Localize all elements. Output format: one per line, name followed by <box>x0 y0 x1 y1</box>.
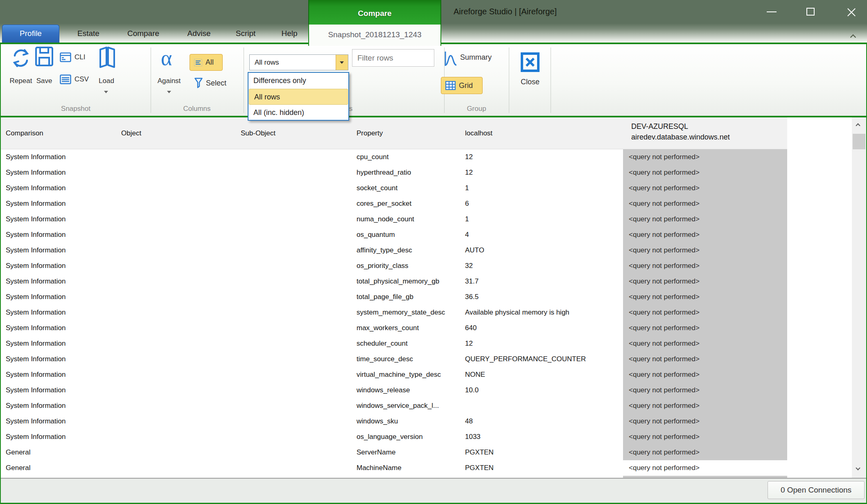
select-filter-icon[interactable] <box>194 78 203 89</box>
cell-comparison: System Information <box>6 367 65 382</box>
minimize-button[interactable] <box>759 0 784 23</box>
close-window-button[interactable] <box>835 0 860 23</box>
cli-icon[interactable] <box>60 52 71 63</box>
table-row[interactable]: System Informationvirtual_machine_type_d… <box>1 367 852 382</box>
table-row[interactable]: System Informationcores_per_socket6<quer… <box>1 196 852 212</box>
table-row[interactable]: System Informationnuma_node_count1<query… <box>1 212 852 227</box>
load-button[interactable]: Load <box>93 77 120 85</box>
grid-toggle[interactable]: Grid <box>441 77 483 94</box>
cell-localhost: PGXTEN <box>465 445 494 460</box>
column-header-remote-server[interactable]: DEV-AZURESQL airedev.database.windows.ne… <box>631 121 730 142</box>
tab-script[interactable]: Script <box>221 25 270 43</box>
cell-remote-server: <query not performed> <box>623 289 787 305</box>
column-header-localhost[interactable]: localhost <box>465 117 492 149</box>
group-label-group: Group <box>448 105 505 113</box>
close-compare-icon[interactable] <box>521 52 540 72</box>
load-dropdown-icon[interactable] <box>104 91 108 93</box>
cell-property: ServerName <box>357 445 395 460</box>
tab-compare[interactable]: Compare <box>119 25 168 43</box>
table-row[interactable]: GeneralServerNamePGXTEN<query not perfor… <box>1 445 852 460</box>
column-header-comparison[interactable]: Comparison <box>6 117 43 149</box>
close-compare-button[interactable]: Close <box>514 78 546 86</box>
tab-profile[interactable]: Profile <box>2 25 59 43</box>
cell-remote-server: <query not performed> <box>623 414 787 429</box>
column-header-object[interactable]: Object <box>121 117 141 149</box>
cell-localhost: 12 <box>465 336 473 351</box>
cell-comparison: System Information <box>6 414 65 429</box>
tab-advise[interactable]: Advise <box>174 25 224 43</box>
group-separator <box>244 47 244 113</box>
scrollbar-thumb[interactable] <box>853 134 865 149</box>
summary-icon[interactable] <box>444 51 457 67</box>
select-columns-button[interactable]: Select <box>206 79 226 88</box>
rows-filter-dropdown-list: Differences onlyAll rowsAll (inc. hidden… <box>248 72 349 121</box>
maximize-button[interactable] <box>798 0 823 23</box>
window-border <box>0 43 1 504</box>
table-row[interactable]: System Informationtime_source_descQUERY_… <box>1 351 852 367</box>
cli-button[interactable]: CLI <box>75 53 85 61</box>
cell-localhost: 48 <box>465 414 473 429</box>
cell-localhost: 32 <box>465 258 473 274</box>
repeat-icon[interactable] <box>11 47 31 70</box>
table-row[interactable]: System Informationos_priority_class32<qu… <box>1 258 852 274</box>
cell-localhost: 4 <box>465 227 469 243</box>
table-row[interactable]: System Informationhyperthread_ratio12<qu… <box>1 165 852 180</box>
rows-filter-combobox[interactable]: All rows <box>249 54 348 70</box>
table-row[interactable]: System Informationwindows_release10.0<qu… <box>1 382 852 398</box>
group-label-snapshot: Snapshot <box>47 105 104 113</box>
csv-icon[interactable] <box>60 74 71 85</box>
table-row[interactable]: System Informationos_quantum4<query not … <box>1 227 852 243</box>
cell-property: virtual_machine_type_desc <box>357 367 441 382</box>
table-row[interactable]: System Informationsystem_memory_state_de… <box>1 305 852 320</box>
load-icon[interactable] <box>97 46 117 69</box>
filter-rows-input[interactable] <box>352 49 434 67</box>
table-row[interactable]: System Informationscheduler_count12<quer… <box>1 336 852 351</box>
grid-rows: System Informationcpu_count12<query not … <box>1 149 852 478</box>
group-label-columns: Columns <box>168 105 226 113</box>
table-row[interactable]: System Informationtotal_physical_memory_… <box>1 274 852 289</box>
cell-remote-server: <query not performed> <box>623 320 787 336</box>
table-row[interactable]: System Informationmax_workers_count640<q… <box>1 320 852 336</box>
dropdown-option[interactable]: All rows <box>249 89 348 105</box>
rows-filter-combobox-value: All rows <box>255 55 279 70</box>
cell-localhost: NONE <box>465 367 485 382</box>
tab-estate[interactable]: Estate <box>64 25 113 43</box>
cell-property: numa_node_count <box>357 212 414 227</box>
table-row[interactable]: System Informationwindows_sku48<query no… <box>1 414 852 429</box>
summary-button[interactable]: Summary <box>460 53 492 62</box>
cell-property: MachineName <box>357 460 402 476</box>
open-connections-button[interactable]: 0 Open Connections <box>768 481 865 499</box>
table-row[interactable]: System Informationos_language_version103… <box>1 429 852 445</box>
columns-all-toggle[interactable]: All <box>190 54 223 71</box>
document-tab-snapshot[interactable]: Snapshot_20181213_1243 <box>308 25 441 46</box>
table-row[interactable]: System Informationsocket_count1<query no… <box>1 180 852 196</box>
cell-comparison: General <box>6 460 30 476</box>
column-header-sub-object[interactable]: Sub-Object <box>241 117 275 149</box>
grid-icon <box>445 81 456 90</box>
ribbon-collapse-icon[interactable] <box>851 34 856 39</box>
vertical-scrollbar[interactable] <box>852 117 866 478</box>
table-row[interactable]: GeneralMachineNamePGXTEN<query not perfo… <box>1 460 852 476</box>
dropdown-option[interactable]: Differences only <box>248 73 348 89</box>
against-button[interactable]: Against <box>152 77 186 85</box>
table-row[interactable]: System Informationtotal_page_file_gb36.5… <box>1 289 852 305</box>
csv-button[interactable]: CSV <box>75 75 89 83</box>
cell-property: total_page_file_gb <box>357 289 413 305</box>
dropdown-option[interactable]: All (inc. hidden) <box>248 105 348 121</box>
cell-comparison: System Information <box>6 351 65 367</box>
tab-help[interactable]: Help <box>265 25 314 43</box>
table-row[interactable]: System Informationwindows_service_pack_l… <box>1 398 852 414</box>
save-button[interactable]: Save <box>31 77 58 85</box>
against-icon[interactable]: α <box>161 46 172 70</box>
column-header-property[interactable]: Property <box>357 117 383 149</box>
cell-comparison: System Information <box>6 243 65 258</box>
table-row[interactable]: System Informationaffinity_type_descAUTO… <box>1 243 852 258</box>
combobox-dropdown-button[interactable] <box>336 55 348 70</box>
scroll-down-icon[interactable] <box>856 466 861 471</box>
against-dropdown-icon[interactable] <box>167 91 171 93</box>
cell-property: windows_service_pack_l... <box>357 398 439 414</box>
save-icon[interactable] <box>34 46 54 67</box>
cell-remote-server: <query not performed> <box>623 243 787 258</box>
scroll-up-icon[interactable] <box>856 123 861 127</box>
table-row[interactable]: System Informationcpu_count12<query not … <box>1 149 852 165</box>
